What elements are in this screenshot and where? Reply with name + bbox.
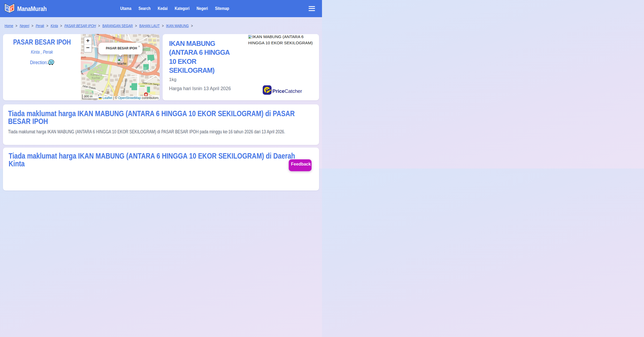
- svg-text:Kuchai: Kuchai: [92, 76, 100, 79]
- svg-text:Kampung: Kampung: [91, 73, 102, 76]
- svg-text:poh: poh: [81, 56, 86, 59]
- svg-text:Jala: Jala: [129, 54, 131, 58]
